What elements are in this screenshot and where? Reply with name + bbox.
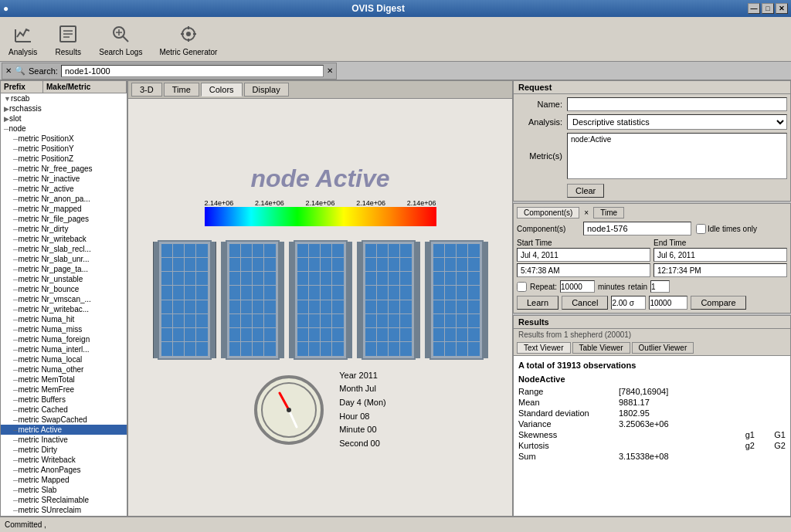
tree-item[interactable]: ─ metric Nr_page_ta... xyxy=(1,264,127,274)
tree-item[interactable]: ─ metric Numa_foreign xyxy=(1,334,127,344)
tree-item[interactable]: ─ metric MemTotal xyxy=(1,374,127,385)
rack-cell xyxy=(229,244,240,257)
tree-item[interactable]: ▶ slot xyxy=(1,114,127,124)
color-label-1: 2.14e+06 xyxy=(205,199,234,207)
maximize-button[interactable]: □ xyxy=(762,3,774,14)
tree-item[interactable]: ─ metric Writeback xyxy=(1,455,127,465)
retain-value[interactable] xyxy=(650,280,670,293)
cancel-button[interactable]: Cancel xyxy=(562,296,608,310)
results-button[interactable]: Results xyxy=(49,19,87,59)
comp-label: Component(s) xyxy=(517,225,579,233)
tab-text-viewer[interactable]: Text Viewer xyxy=(517,342,571,354)
tree-item[interactable]: ─ metric Nr_unstable xyxy=(1,274,127,284)
tree-item[interactable]: ─ metric Nr_file_pages xyxy=(1,214,127,224)
tree-item[interactable]: ─ metric SUnreclaim xyxy=(1,505,127,515)
tab-colors[interactable]: Colors xyxy=(201,83,243,97)
rack-cell xyxy=(445,314,456,327)
tree-item[interactable]: ─ metric Mapped xyxy=(1,475,127,485)
tab-3d[interactable]: 3-D xyxy=(131,83,162,97)
tree-item[interactable]: ─ metric PageTables xyxy=(1,515,127,517)
tree-item[interactable]: ─ metric PositionY xyxy=(1,144,127,154)
tree-item[interactable]: ─ metric PositionZ xyxy=(1,154,127,164)
viz-bottom: Year 2011 Month Jul Day 4 (Mon) Hour 08 … xyxy=(254,369,386,451)
clear-button[interactable]: Clear xyxy=(567,184,604,198)
rack-cell xyxy=(264,328,275,341)
search-logs-button[interactable]: Search Logs xyxy=(93,19,148,59)
tree-item[interactable]: ─ metric Nr_active xyxy=(1,184,127,194)
tree-item[interactable]: ─ metric Numa_interl... xyxy=(1,344,127,354)
tree-item[interactable]: ─ metric Nr_dirty xyxy=(1,224,127,234)
analysis-select[interactable]: Descriptive statistics xyxy=(567,114,787,130)
tree-item-label: metric Nr_file_pages xyxy=(18,215,89,223)
tree-item[interactable]: ─ metric Nr_free_pages xyxy=(1,164,127,174)
tab-display[interactable]: Display xyxy=(244,83,289,97)
start-date-input[interactable] xyxy=(517,248,650,262)
tree-item[interactable]: ─ metric Numa_hit xyxy=(1,314,127,324)
rack-cell xyxy=(264,272,275,285)
tree-item[interactable]: ─ metric SReclaimable xyxy=(1,495,127,505)
tree-item-label: metric Nr_unstable xyxy=(18,275,83,283)
sigma-value[interactable] xyxy=(649,296,687,310)
tree-item[interactable]: ─ metric Numa_other xyxy=(1,364,127,374)
tree-item[interactable]: ─ metric Active xyxy=(1,425,127,435)
tree-item[interactable]: ─ metric MemFree xyxy=(1,385,127,395)
tree-item[interactable]: ─ metric Nr_slab_recl... xyxy=(1,244,127,254)
minimize-button[interactable]: — xyxy=(748,3,760,14)
search-close2[interactable]: ✕ xyxy=(327,66,333,75)
search-input[interactable] xyxy=(61,65,324,77)
learn-button[interactable]: Learn xyxy=(517,296,558,310)
tree-item[interactable]: ─ metric Nr_slab_unr... xyxy=(1,254,127,264)
analysis-button[interactable]: Analysis xyxy=(3,19,42,59)
tree-item[interactable]: ─ metric Nr_writebac... xyxy=(1,304,127,314)
tree-item[interactable]: ─ metric SwapCached xyxy=(1,415,127,425)
tree-item[interactable]: ─ metric Numa_miss xyxy=(1,324,127,334)
component-input[interactable] xyxy=(583,222,691,236)
name-input[interactable] xyxy=(567,97,787,111)
tree-item[interactable]: ▶ rschassis xyxy=(1,103,127,114)
tab-outlier-viewer[interactable]: Outlier Viewer xyxy=(632,342,694,354)
comp-tab-time[interactable]: Time xyxy=(593,207,624,219)
tree-item[interactable]: ─ metric Nr_bounce xyxy=(1,284,127,294)
tree-item[interactable]: ─ metric Dirty xyxy=(1,445,127,455)
tree-item[interactable]: ─ metric Numa_local xyxy=(1,354,127,364)
svg-point-11 xyxy=(186,32,191,36)
repeat-checkbox[interactable] xyxy=(517,282,527,292)
start-time-input[interactable] xyxy=(517,263,650,277)
rack-2-right xyxy=(278,242,284,358)
tree-item[interactable]: ─ metric Cached xyxy=(1,405,127,415)
idle-checkbox[interactable] xyxy=(696,224,706,234)
rack-cell xyxy=(365,342,376,355)
results-header: Results xyxy=(514,316,790,329)
repeat-value[interactable] xyxy=(560,280,595,293)
tree-item[interactable]: ─ metric AnonPages xyxy=(1,465,127,475)
start-time-label: Start Time xyxy=(517,239,650,247)
end-time-input[interactable] xyxy=(654,263,787,277)
tree-item[interactable]: ─ metric Slab xyxy=(1,485,127,495)
time-hour: Hour 08 xyxy=(339,410,386,424)
color-labels: 2.14e+06 2.14e+06 2.14e+06 2.14e+06 2.14… xyxy=(205,199,436,207)
tree-item[interactable]: ─ metric Nr_writeback xyxy=(1,234,127,244)
tree-item[interactable]: ─ metric Inactive xyxy=(1,435,127,445)
tree-item[interactable]: ─ metric Nr_inactive xyxy=(1,174,127,184)
rack-group-5 xyxy=(429,240,484,360)
tree-item[interactable]: ─ node xyxy=(1,124,127,134)
search-bar-close[interactable]: ✕ xyxy=(5,66,12,75)
tree-item[interactable]: ─ metric Buffers xyxy=(1,395,127,405)
tree-col-prefix: Prefix xyxy=(1,81,43,93)
tree-item[interactable]: ─ metric Nr_anon_pa... xyxy=(1,194,127,204)
tree-item[interactable]: ▼ rscab xyxy=(1,93,127,103)
end-date-input[interactable] xyxy=(654,248,787,262)
tab-table-viewer[interactable]: Table Viewer xyxy=(572,342,630,354)
rack-cell xyxy=(196,300,207,313)
sigma-input[interactable] xyxy=(611,296,646,310)
compare-button[interactable]: Compare xyxy=(691,296,745,310)
comp-tab-components[interactable]: Component(s) xyxy=(517,207,579,219)
components-form: Component(s) × Time Component(s) Idle ti… xyxy=(514,204,790,313)
rack-cell xyxy=(264,300,275,313)
tree-item[interactable]: ─ metric Nr_vmscan_... xyxy=(1,294,127,304)
tree-item[interactable]: ─ metric PositionX xyxy=(1,134,127,144)
tree-item[interactable]: ─ metric Nr_mapped xyxy=(1,204,127,214)
tab-time[interactable]: Time xyxy=(164,83,199,97)
metric-generator-button[interactable]: Metric Generator xyxy=(154,19,222,59)
close-button[interactable]: ✕ xyxy=(776,3,788,14)
